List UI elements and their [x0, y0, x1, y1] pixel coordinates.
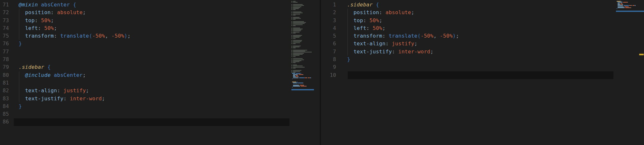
- code-token: top: [25, 17, 35, 23]
- minimap-comment-line: [293, 28, 300, 28]
- code-line[interactable]: [321, 71, 644, 79]
- code-line[interactable]: [0, 110, 320, 118]
- line-number[interactable]: 81: [0, 79, 14, 87]
- minimap-code-line: [622, 2, 623, 3]
- code-line[interactable]: transform: translate(-50%, -50%);: [321, 32, 644, 40]
- line-number[interactable]: 78: [0, 56, 14, 63]
- line-number[interactable]: 3: [321, 17, 343, 24]
- code-line[interactable]: position: absolute;: [321, 9, 644, 16]
- minimap-comment-line: [293, 59, 304, 60]
- code-token: [19, 9, 25, 15]
- minimap-comment-line: [291, 12, 292, 12]
- code-token: text-align: [25, 87, 57, 94]
- minimap-comment-line: [291, 29, 292, 29]
- code-line[interactable]: transform: translate(-50%, -50%);: [0, 32, 320, 40]
- indent-guide: [347, 40, 348, 48]
- line-number[interactable]: 85: [0, 110, 14, 118]
- code-token: ;: [379, 17, 382, 23]
- minimap-comment-line: [291, 48, 292, 48]
- indent-guide: [347, 32, 348, 40]
- code-line[interactable]: text-justify: inter-word;: [0, 95, 320, 103]
- minimap-comment-line: [291, 54, 292, 55]
- line-number[interactable]: 9: [321, 63, 343, 71]
- line-number[interactable]: 86: [0, 118, 14, 126]
- code-line[interactable]: top: 50%;: [321, 17, 644, 24]
- minimap-code-line: [298, 74, 303, 75]
- line-number[interactable]: 80: [0, 71, 14, 79]
- line-number[interactable]: 10: [321, 71, 343, 79]
- minimap-code-line: [624, 5, 629, 6]
- code-line[interactable]: [321, 63, 644, 71]
- code-token: position: [354, 9, 379, 15]
- code-token: ): [453, 33, 456, 39]
- line-number[interactable]: 5: [321, 32, 343, 40]
- indent-guide: [19, 87, 19, 95]
- line-number[interactable]: 2: [321, 9, 343, 16]
- line-number[interactable]: 82: [0, 87, 14, 95]
- code-token: (: [418, 33, 421, 39]
- line-number[interactable]: 6: [321, 40, 343, 48]
- minimap-comment-line: [291, 7, 292, 8]
- code-line[interactable]: [0, 56, 320, 63]
- code-line[interactable]: top: 50%;: [0, 17, 320, 24]
- minimap-current-line-bar: [291, 89, 314, 91]
- code-line[interactable]: text-justify: inter-word;: [321, 48, 644, 56]
- code-token: inter-word: [70, 95, 102, 102]
- minimap-comment-line: [293, 60, 301, 61]
- code-line[interactable]: left: 50%;: [0, 24, 320, 32]
- line-number[interactable]: 75: [0, 32, 14, 40]
- code-line[interactable]: [0, 79, 320, 87]
- line-number[interactable]: 72: [0, 9, 14, 16]
- minimap-code-line: [297, 82, 298, 82]
- code-line[interactable]: left: 50%;: [321, 24, 644, 32]
- line-number[interactable]: 71: [0, 1, 14, 9]
- code-token: [395, 49, 398, 55]
- minimap[interactable]: [291, 0, 319, 100]
- line-number[interactable]: 83: [0, 95, 14, 103]
- line-number[interactable]: 74: [0, 24, 14, 32]
- code-area[interactable]: @mixin absCenter { position: absolute; t…: [0, 1, 320, 126]
- code-token: [382, 9, 385, 15]
- code-token: :: [57, 87, 60, 94]
- code-line[interactable]: position: absolute;: [0, 9, 320, 16]
- code-line[interactable]: }: [321, 56, 644, 63]
- code-line[interactable]: text-align: justify;: [321, 40, 644, 48]
- code-line[interactable]: @include absCenter;: [0, 71, 320, 79]
- code-token: 50%: [44, 25, 54, 31]
- line-number[interactable]: 76: [0, 40, 14, 48]
- code-line[interactable]: }: [0, 40, 320, 48]
- line-number[interactable]: 73: [0, 17, 14, 24]
- line-number[interactable]: 77: [0, 48, 14, 56]
- minimap-code-line: [624, 6, 628, 7]
- code-line[interactable]: [0, 118, 320, 126]
- indent-guide: [19, 32, 19, 40]
- code-token: translate: [60, 33, 89, 39]
- code-area[interactable]: .sidebar { position: absolute; top: 50%;…: [321, 1, 644, 79]
- code-token: @mixin: [19, 2, 38, 8]
- code-token: [60, 87, 63, 94]
- minimap-comment-line: [293, 56, 296, 57]
- code-token: [54, 9, 57, 15]
- code-line[interactable]: text-align: justify;: [0, 87, 320, 95]
- minimap-comment-line: [293, 38, 296, 39]
- minimap-code-line: [628, 2, 628, 3]
- minimap-comment-line: [293, 17, 299, 18]
- line-number[interactable]: 4: [321, 24, 343, 32]
- code-line[interactable]: @mixin absCenter {: [0, 1, 320, 9]
- minimap-code-line: [293, 85, 298, 86]
- minimap-comment-line: [291, 36, 292, 37]
- line-number[interactable]: 79: [0, 63, 14, 71]
- minimap[interactable]: [616, 0, 644, 19]
- minimap-code-line: [631, 5, 632, 6]
- indent-guide: [19, 95, 19, 103]
- code-line[interactable]: .sidebar {: [0, 63, 320, 71]
- code-line[interactable]: .sidebar {: [321, 1, 644, 9]
- line-number[interactable]: 1: [321, 1, 343, 9]
- line-number[interactable]: 84: [0, 103, 14, 110]
- line-number[interactable]: 7: [321, 48, 343, 56]
- minimap-comment-line: [291, 22, 292, 23]
- code-token: [70, 2, 73, 8]
- code-line[interactable]: [0, 48, 320, 56]
- line-number[interactable]: 8: [321, 56, 343, 63]
- code-line[interactable]: }: [0, 103, 320, 110]
